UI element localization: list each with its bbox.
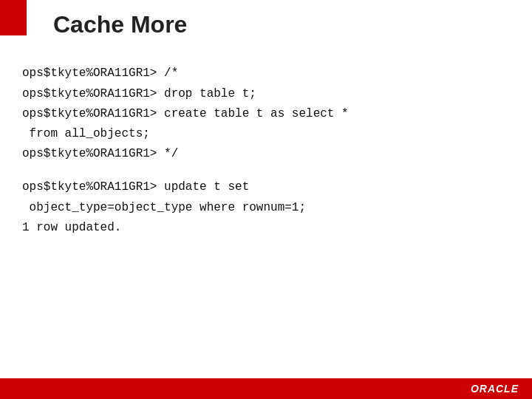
code-line-7: object_type=object_type where rownum=1; <box>22 198 510 218</box>
code-block: ops$tkyte%ORA11GR1> /* ops$tkyte%ORA11GR… <box>22 64 510 238</box>
page-title: Cache More <box>53 10 187 38</box>
code-line-5: ops$tkyte%ORA11GR1> */ <box>22 144 510 164</box>
main-content: ops$tkyte%ORA11GR1> /* ops$tkyte%ORA11GR… <box>0 49 532 253</box>
footer: ORACLE <box>0 378 532 399</box>
spacer-1 <box>22 164 510 177</box>
code-line-3: ops$tkyte%ORA11GR1> create table t as se… <box>22 104 510 124</box>
oracle-logo: ORACLE <box>471 383 519 395</box>
header: Cache More <box>0 0 532 49</box>
code-line-4: from all_objects; <box>22 124 510 144</box>
code-line-8: 1 row updated. <box>22 218 510 238</box>
code-line-6: ops$tkyte%ORA11GR1> update t set <box>22 177 510 197</box>
red-bar-accent <box>0 0 27 35</box>
code-line-1: ops$tkyte%ORA11GR1> /* <box>22 64 510 83</box>
code-line-2: ops$tkyte%ORA11GR1> drop table t; <box>22 84 510 104</box>
